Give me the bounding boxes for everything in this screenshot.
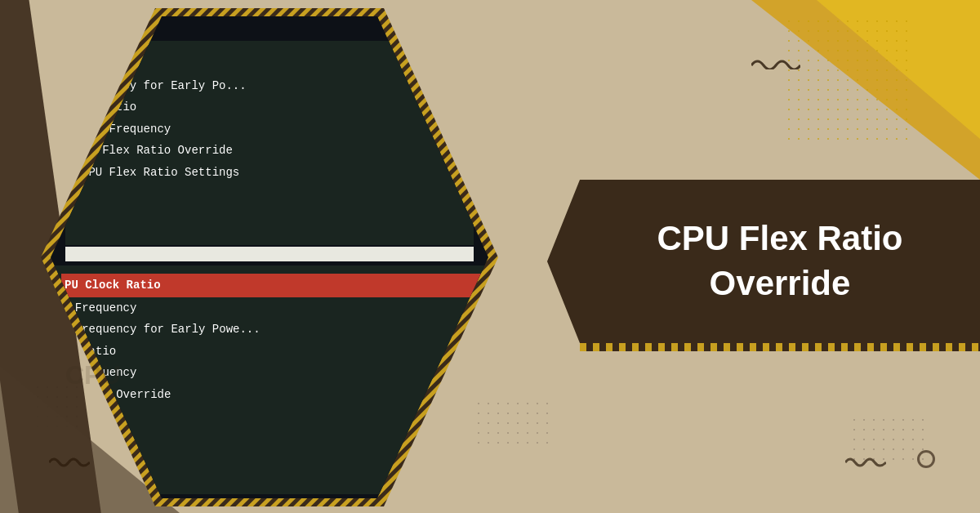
title-line-2: Override <box>710 264 851 302</box>
right-panel-arrow <box>547 180 580 343</box>
circle-decoration <box>917 450 935 468</box>
svg-rect-6 <box>65 247 474 261</box>
right-panel-stripe-bottom <box>580 343 980 351</box>
right-panel-title: CPU Flex Ratio Override <box>657 216 902 306</box>
right-panel: CPU Flex Ratio Override <box>580 180 980 343</box>
wavy-decoration-bottom-left <box>49 451 90 472</box>
title-line-1: CPU Flex Ratio <box>657 219 902 257</box>
dots-pattern-top-right <box>784 16 915 147</box>
hexagon-border: quency requency for Early Po... re Ratio… <box>41 8 498 510</box>
wavy-decoration-top-right <box>751 49 800 75</box>
wavy-decoration-bottom-right <box>845 451 886 472</box>
cpu-label: CPU <box>65 360 121 390</box>
